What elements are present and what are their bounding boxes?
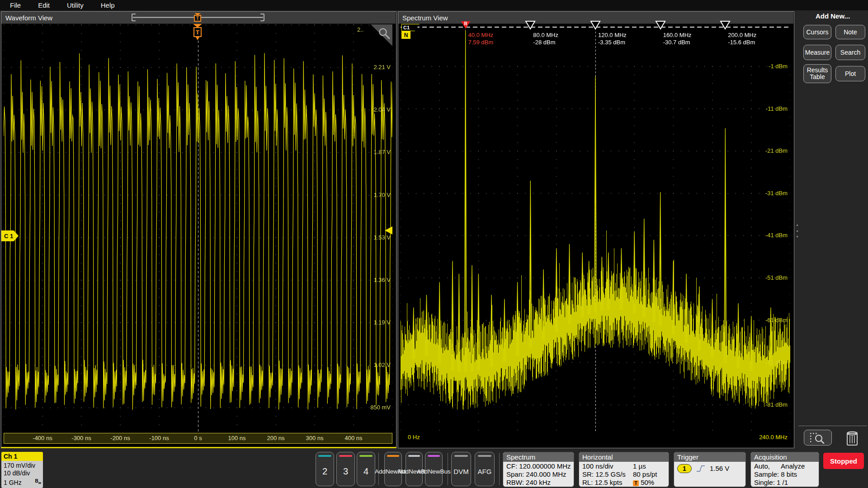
acquisition-panel-title: Acquisition [751, 452, 819, 462]
acquisition-settings-panel[interactable]: Acquisition Auto, Analyze Sample: 8 bits… [750, 452, 819, 487]
acquisition-panel-row: Sample: 8 bits [754, 470, 819, 479]
svg-text:T: T [196, 16, 199, 21]
reference-marker-label: 40.0 MHz7.59 dBm [468, 32, 494, 46]
menu-item-edit[interactable]: Edit [38, 1, 50, 9]
peak-marker-triangle[interactable] [655, 21, 666, 30]
channel-3-button[interactable]: 3 [336, 452, 355, 486]
peak-marker-label: 120.0 MHz-3.35 dBm [598, 32, 627, 46]
acquisition-panel-row: Single: 1 /1 [754, 479, 819, 487]
clipped-scale-label: 2.. [357, 26, 363, 33]
spectrum-view-title: Spectrum View [402, 14, 448, 22]
bottom-separator [499, 453, 500, 485]
acquisition-analyze: Analyze [781, 462, 805, 470]
spectrum-panel-title: Spectrum [503, 452, 574, 462]
channel1-vertical-scale: 170 mV/div [4, 462, 41, 469]
sidebar-note-button[interactable]: Note [835, 25, 865, 39]
peak-marker-triangle[interactable] [590, 21, 601, 30]
waveform-plot[interactable] [4, 24, 392, 433]
horizontal-panel-title: Horizontal [579, 452, 669, 462]
trigger-panel-title: Trigger [674, 452, 745, 462]
trigger-slope-icon [696, 465, 706, 473]
channel-4-button[interactable]: 4 [357, 452, 375, 486]
bandwidth-limit-icon: Bw [35, 477, 41, 487]
tekscope-screen: FileEditUtilityHelp Waveform View T 2.. … [0, 0, 868, 488]
sidebar-results-table-button[interactable]: Results Table [803, 64, 831, 83]
sidebar-divider [798, 426, 867, 426]
acquisition-mode: Auto, [754, 462, 770, 470]
horizontal-panel-cell: 80 ps/pt [633, 470, 669, 479]
freq-start-label: 0 Hz [408, 434, 420, 441]
panel-splitter-handle[interactable] [795, 225, 799, 237]
run-stop-status[interactable]: Stopped [823, 453, 864, 469]
trigger-position-icon: T [633, 480, 639, 486]
trigger-position-marker[interactable]: T [191, 24, 204, 42]
reference-marker-triangle[interactable]: R [460, 21, 471, 30]
button-label: 3 [343, 457, 348, 486]
spectrum-badge-trace-type: N [401, 31, 410, 39]
channel1-badge[interactable]: Ch 1 170 mV/div 10 dB/div 1 GHz Bw [1, 452, 43, 488]
svg-text:T: T [196, 29, 199, 36]
svg-text:R: R [464, 21, 467, 26]
peak-marker-label: 80.0 MHz-28 dBm [533, 32, 558, 46]
horizontal-panel-cell: 1 µs [633, 462, 669, 470]
horizontal-settings-panel[interactable]: Horizontal 100 ns/div1 µsSR: 12.5 GS/s80… [579, 452, 669, 487]
horizontal-panel-cell: T 50% [633, 479, 669, 487]
trigger-level-arrow[interactable] [385, 226, 392, 235]
peak-marker-label: 200.0 MHz-15.6 dBm [728, 32, 756, 46]
zoom-select-button[interactable] [804, 430, 832, 446]
peak-marker-triangle[interactable] [720, 21, 731, 30]
peak-marker-triangle[interactable] [525, 21, 536, 30]
spectrum-plot[interactable] [401, 24, 790, 433]
button-label: 2 [322, 457, 327, 486]
menu-bar: FileEditUtilityHelp [0, 0, 868, 10]
zoom-corner-icon[interactable] [371, 24, 392, 46]
add-new-title: Add New... [797, 12, 868, 20]
spectrum-panel-row: Span: 240.000 MHz [506, 470, 574, 479]
afg-button[interactable]: AFG [475, 452, 495, 486]
trash-icon[interactable] [844, 429, 860, 446]
horizontal-panel-cell: SR: 12.5 GS/s [582, 470, 633, 479]
menu-item-utility[interactable]: Utility [67, 1, 84, 9]
zoom-select-icon [808, 432, 827, 444]
channel-2-button[interactable]: 2 [316, 452, 334, 486]
button-label: AFG [478, 457, 492, 486]
spectrum-panel-row: RBW: 240 kHz [506, 479, 574, 487]
horizontal-panel-cell: 100 ns/div [582, 462, 633, 470]
horizontal-panel-cell: RL: 12.5 kpts [582, 479, 633, 487]
spectrum-panel-row: CF: 120.000000 MHz [506, 462, 574, 470]
sidebar-cursors-button[interactable]: Cursors [803, 25, 831, 39]
spectrum-badge-channel: C1 [401, 24, 420, 31]
channel1-name: Ch 1 [1, 452, 43, 461]
sidebar-search-button[interactable]: Search [835, 45, 865, 60]
horizontal-position-minimap[interactable]: T [131, 13, 267, 22]
menu-item-file[interactable]: File [10, 1, 21, 9]
waveform-view-title: Waveform View [5, 14, 52, 22]
channel1-spectrum-scale: 10 dB/div [4, 469, 41, 477]
button-label: DVM [453, 457, 468, 486]
add-new-bus-button[interactable]: AddNewBus [425, 452, 443, 486]
menu-item-help[interactable]: Help [101, 1, 115, 9]
time-axis-strip [4, 433, 392, 444]
dvm-button[interactable]: DVM [451, 452, 471, 486]
sidebar-plot-button[interactable]: Plot [835, 66, 865, 81]
channel1-bandwidth: 1 GHz [4, 479, 22, 487]
trigger-settings-panel[interactable]: Trigger 1 1.56 V [674, 452, 746, 487]
trigger-source-badge: 1 [677, 464, 692, 473]
button-label: 4 [363, 457, 368, 486]
spectrum-settings-panel[interactable]: Spectrum CF: 120.000000 MHzSpan: 240.000… [503, 452, 574, 487]
sidebar-measure-button[interactable]: Measure [803, 45, 831, 60]
freq-end-label: 240.0 MHz [723, 434, 788, 441]
button-label: AddNewBus [417, 457, 450, 486]
spectrum-trace-badge[interactable]: C1 N [401, 24, 421, 39]
trigger-level-value: 1.56 V [710, 465, 729, 473]
peak-marker-label: 160.0 MHz-30.7 dBm [663, 32, 692, 46]
